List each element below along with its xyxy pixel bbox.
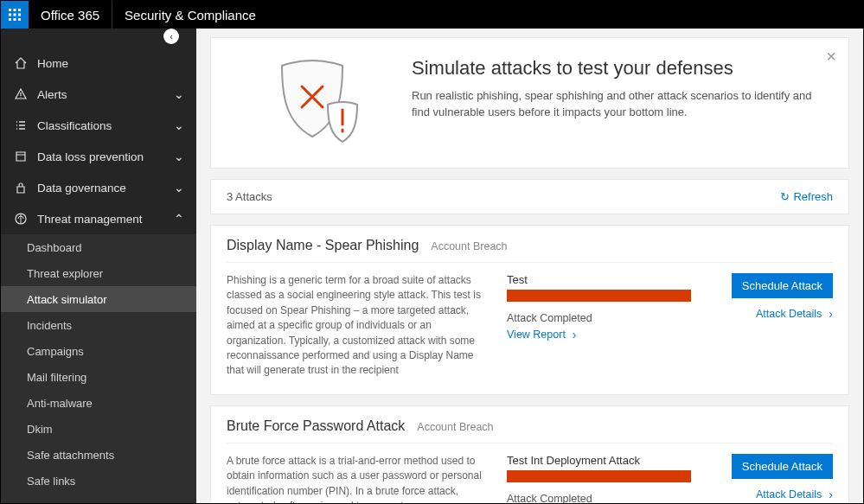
refresh-label: Refresh [793, 190, 833, 203]
sidebar-item-label: Campaigns [27, 345, 84, 358]
attack-status: Attack Completed [507, 312, 691, 324]
sidebar-item-data-governance[interactable]: Data governance ⌄ [1, 172, 196, 203]
threat-icon [13, 212, 29, 226]
body: ‹ Home Alerts ⌄ Classifications ⌄ [1, 29, 863, 503]
hero-illustration [230, 54, 403, 149]
lock-icon [13, 181, 29, 195]
svg-rect-7 [14, 18, 16, 21]
sidebar-nav: Home Alerts ⌄ Classifications ⌄ Data los… [1, 44, 196, 503]
sidebar: ‹ Home Alerts ⌄ Classifications ⌄ [1, 29, 196, 503]
sidebar-item-label: Home [37, 57, 68, 70]
sidebar-item-label: Threat management [37, 213, 143, 226]
attack-run-name: Test [507, 273, 691, 286]
sidebar-item-label: Safe attachments [27, 449, 114, 462]
attack-count-label: 3 Attacks [227, 190, 272, 203]
attack-card-header: Brute Force Password Attack Account Brea… [227, 418, 833, 443]
sidebar-item-dashboard[interactable]: Dashboard [1, 234, 196, 260]
attack-run-column: Test Attack Completed View Report [507, 273, 691, 379]
sidebar-item-safe-links[interactable]: Safe links [1, 468, 196, 494]
attack-run-name: Test Int Deployment Attack [507, 454, 691, 467]
sidebar-item-label: Data loss prevention [37, 150, 144, 163]
attack-card: Display Name - Spear Phishing Account Br… [210, 225, 849, 395]
main-content: Simulate attacks to test your defenses R… [196, 29, 863, 503]
list-icon [13, 118, 29, 132]
dlp-icon [13, 150, 29, 163]
refresh-icon: ↻ [780, 190, 790, 203]
sidebar-item-threat-management[interactable]: Threat management ⌃ [1, 203, 196, 234]
suite-label[interactable]: Security & Compliance [112, 1, 268, 29]
attack-card-header: Display Name - Spear Phishing Account Br… [227, 238, 833, 263]
sidebar-item-label: Dashboard [27, 241, 82, 254]
sidebar-item-home[interactable]: Home [1, 48, 196, 79]
sidebar-item-label: Anti-malware [27, 397, 93, 410]
sidebar-item-label: Alerts [37, 88, 67, 101]
chevron-up-icon: ⌃ [174, 212, 184, 226]
sidebar-item-campaigns[interactable]: Campaigns [1, 338, 196, 364]
sidebar-item-attack-simulator[interactable]: Attack simulator [1, 286, 196, 312]
sidebar-item-classifications[interactable]: Classifications ⌄ [1, 110, 196, 141]
svg-rect-3 [9, 14, 11, 16]
schedule-attack-button[interactable]: Schedule Attack [732, 273, 833, 298]
brand-label[interactable]: Office 365 [29, 1, 112, 29]
attack-actions: Schedule Attack Attack Details [712, 273, 833, 379]
sidebar-item-dlp[interactable]: Data loss prevention ⌄ [1, 141, 196, 172]
sidebar-item-label: Classifications [37, 119, 112, 132]
svg-rect-0 [9, 9, 11, 11]
hero-title: Simulate attacks to test your defenses [412, 57, 829, 80]
attack-title: Display Name - Spear Phishing [227, 238, 419, 253]
sidebar-collapse-button[interactable]: ‹ [163, 29, 179, 44]
attack-description: Phishing is a generic term for a broad s… [227, 273, 486, 379]
view-report-link[interactable]: View Report [507, 328, 577, 341]
sidebar-item-incidents[interactable]: Incidents [1, 312, 196, 338]
app-root: Office 365 Security & Compliance ‹ Home … [0, 0, 864, 504]
attack-description: A brute force attack is a trial-and-erro… [227, 454, 486, 503]
sidebar-collapse-row: ‹ [1, 29, 196, 44]
sidebar-item-mail-filtering[interactable]: Mail filtering [1, 364, 196, 390]
sidebar-item-label: Quarantine [27, 501, 82, 504]
sidebar-item-alerts[interactable]: Alerts ⌄ [1, 79, 196, 110]
attack-card: Brute Force Password Attack Account Brea… [210, 405, 849, 503]
attack-category: Account Breach [431, 240, 507, 252]
waffle-icon [8, 8, 22, 22]
attack-details-link[interactable]: Attack Details [756, 488, 833, 501]
sidebar-item-label: Incidents [27, 319, 72, 332]
attack-status: Attack Completed [507, 493, 691, 503]
chevron-down-icon: ⌄ [174, 181, 184, 195]
hero-close-button[interactable]: × [826, 47, 836, 67]
sidebar-item-threat-explorer[interactable]: Threat explorer [1, 260, 196, 286]
attack-progress-bar [507, 290, 691, 302]
attack-category: Account Breach [417, 421, 493, 433]
close-icon: × [826, 47, 836, 66]
app-launcher-button[interactable] [1, 1, 29, 29]
svg-rect-4 [14, 14, 16, 16]
attack-actions: Schedule Attack Attack Details [712, 454, 833, 503]
hero-banner: Simulate attacks to test your defenses R… [210, 37, 849, 169]
attack-progress-bar [507, 470, 691, 482]
attack-title: Brute Force Password Attack [227, 418, 405, 434]
sidebar-item-dkim[interactable]: Dkim [1, 416, 196, 442]
sidebar-item-label: Mail filtering [27, 371, 86, 384]
svg-rect-2 [18, 9, 21, 11]
refresh-button[interactable]: ↻ Refresh [780, 190, 833, 203]
sidebar-item-safe-attachments[interactable]: Safe attachments [1, 442, 196, 468]
svg-rect-5 [18, 14, 21, 16]
svg-rect-1 [14, 9, 16, 11]
svg-rect-8 [18, 18, 21, 21]
home-icon [13, 56, 29, 70]
hero-body: Run realistic phishing, spear sphishing … [412, 88, 829, 121]
sidebar-item-anti-malware[interactable]: Anti-malware [1, 390, 196, 416]
sidebar-item-label: Safe links [27, 475, 75, 488]
sidebar-item-quarantine[interactable]: Quarantine [1, 494, 196, 503]
chevron-down-icon: ⌄ [174, 118, 184, 132]
sidebar-item-label: Data governance [37, 182, 126, 195]
sidebar-item-label: Attack simulator [27, 293, 106, 306]
count-bar: 3 Attacks ↻ Refresh [210, 179, 849, 214]
chevron-down-icon: ⌄ [174, 87, 184, 101]
top-bar: Office 365 Security & Compliance [1, 1, 863, 29]
alert-icon [13, 87, 29, 101]
attack-details-link[interactable]: Attack Details [756, 307, 833, 321]
sidebar-item-label: Threat explorer [27, 267, 103, 280]
schedule-attack-button[interactable]: Schedule Attack [732, 454, 833, 479]
chevron-down-icon: ⌄ [174, 150, 184, 163]
attack-run-column: Test Int Deployment Attack Attack Comple… [507, 454, 691, 503]
